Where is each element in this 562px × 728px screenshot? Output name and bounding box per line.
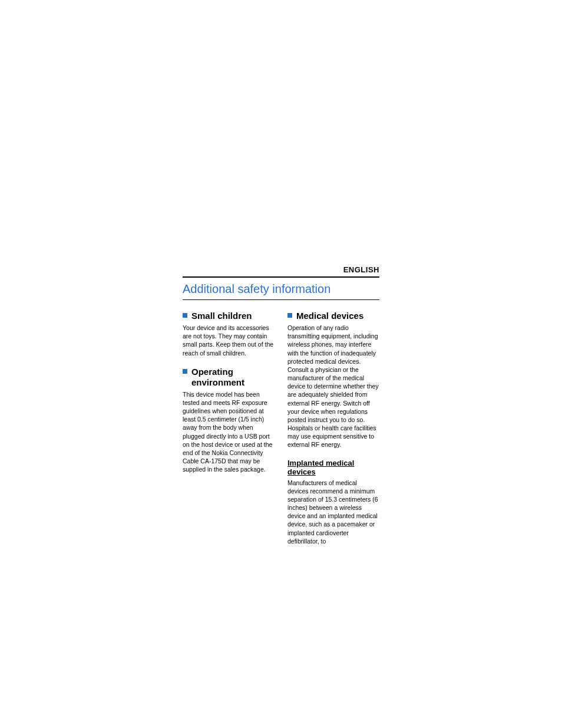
heading-text: Small children (191, 311, 275, 321)
language-label: ENGLISH (183, 265, 379, 278)
right-column: Medical devices Operation of any radio t… (287, 311, 379, 555)
bullet-icon (183, 313, 187, 318)
left-column: Small children Your device and its acces… (183, 311, 275, 555)
section-heading-medical-devices: Medical devices (287, 311, 379, 321)
section-heading-small-children: Small children (183, 311, 275, 321)
body-operating-environment: This device model has been tested and me… (183, 390, 275, 474)
page-title: Additional safety information (183, 282, 379, 300)
heading-text: Operating environment (191, 367, 275, 388)
body-medical-devices: Operation of any radio transmitting equi… (287, 324, 379, 449)
bullet-icon (287, 313, 292, 318)
section-heading-operating-environment: Operating environment (183, 367, 275, 388)
body-small-children: Your device and its accessories are not … (183, 324, 275, 357)
subheading-implanted: Implanted medical devices (287, 459, 379, 476)
content-columns: Small children Your device and its acces… (183, 311, 379, 555)
body-implanted: Manufacturers of medical devices recomme… (287, 479, 379, 545)
bullet-icon (183, 369, 187, 374)
document-page: ENGLISH Additional safety information Sm… (0, 0, 562, 555)
heading-text: Medical devices (296, 311, 379, 321)
